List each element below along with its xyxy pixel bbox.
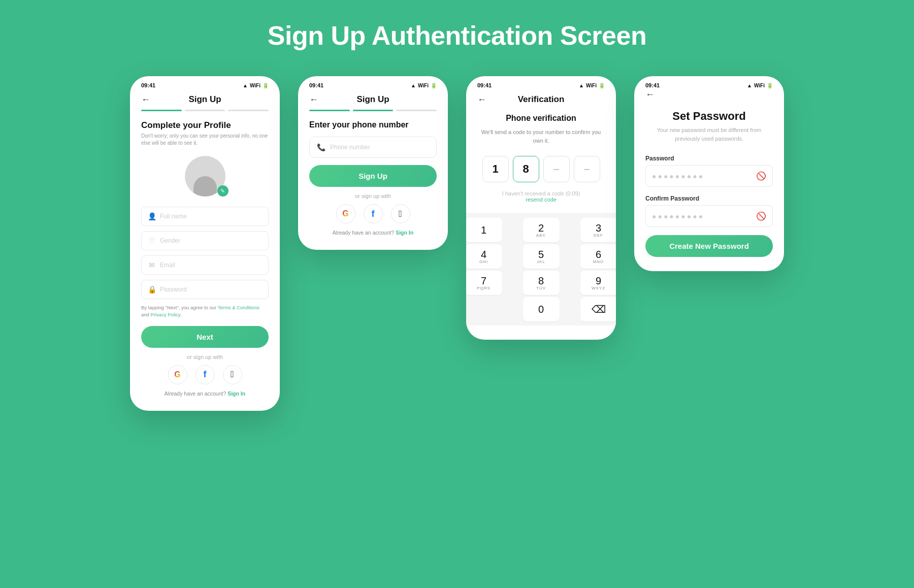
google-icon: G: [174, 370, 180, 379]
google-signin-btn[interactable]: G: [168, 365, 187, 384]
key-8[interactable]: 8tuv: [523, 271, 560, 295]
status-bar-3: 09:41 ▲ WiFi 🔋: [466, 76, 616, 91]
terms-conditions-link[interactable]: Terms & Conditions: [218, 305, 259, 310]
phone-1-complete-profile: 09:41 ▲ WiFi 🔋 ← Sign Up Complete your P…: [130, 76, 280, 411]
phone1-content: ← Sign Up: [130, 91, 280, 110]
key-5[interactable]: 5jkl: [523, 244, 560, 269]
email-icon: ✉: [148, 261, 156, 269]
signup-button-2[interactable]: Sign Up: [309, 165, 437, 187]
lock-icon: 🔒: [148, 285, 156, 293]
create-password-button[interactable]: Create New Password: [645, 235, 773, 257]
social-row-2: G f : [309, 204, 437, 223]
confirm-password-field[interactable]: ●●●●●●●●● 🚫: [645, 205, 773, 227]
phone2-content: ← Sign Up: [298, 91, 448, 110]
status-bar-2: 09:41 ▲ WiFi 🔋: [298, 76, 448, 91]
phone-number-field[interactable]: 📞 Phone number: [309, 137, 437, 158]
phone2-nav: ← Sign Up: [309, 91, 437, 110]
keypad-row-4: 0 ⌫: [466, 297, 616, 321]
otp-digit-1[interactable]: 1: [482, 156, 509, 182]
apple-signin-btn-2[interactable]: : [391, 204, 410, 223]
or-divider-1: or sign up with: [141, 354, 269, 360]
keypad: 1 2abc 3def 4ghi 5jkl 6mno 7pqrs 8tuv 9w…: [466, 213, 616, 325]
phone4-content: ← Set Password Your new password must be…: [634, 91, 784, 257]
key-4[interactable]: 4ghi: [466, 244, 502, 269]
resend-code-link[interactable]: resend code: [477, 197, 605, 203]
apple-icon-2: : [399, 209, 402, 219]
status-icons-2: ▲ WiFi 🔋: [411, 83, 437, 88]
phone-3-verification: 09:41 ▲ WiFi 🔋 ← Verification Phone veri…: [466, 76, 616, 340]
set-password-sub: Your new password must be different from…: [645, 126, 773, 143]
facebook-signin-btn-2[interactable]: f: [364, 204, 383, 223]
next-button[interactable]: Next: [141, 326, 269, 348]
page-title: Sign Up Authentication Screen: [268, 20, 646, 51]
otp-digit-2[interactable]: 8: [513, 156, 539, 182]
progress-seg-1-3: [228, 110, 269, 111]
password-field[interactable]: 🔒 Password: [141, 280, 269, 299]
fullname-field[interactable]: 👤 Full name: [141, 207, 269, 226]
back-arrow-1[interactable]: ←: [141, 94, 150, 105]
back-arrow-4[interactable]: ←: [645, 89, 655, 100]
key-3[interactable]: 3def: [580, 218, 616, 242]
terms-text: By tapping "Next", you agree to our Term…: [141, 304, 269, 319]
password-label: Password: [645, 155, 773, 162]
confirm-password-label: Confirm Password: [645, 195, 773, 202]
enter-phone-title: Enter your phone number: [309, 120, 437, 129]
eye-hide-icon-1[interactable]: 🚫: [756, 171, 766, 181]
complete-profile-title: Complete your Profile: [141, 120, 269, 130]
key-empty: [466, 297, 502, 321]
key-6[interactable]: 6mno: [580, 244, 616, 269]
heart-icon: ♡: [148, 237, 156, 245]
phone1-nav-title: Sign Up: [188, 94, 221, 105]
status-bar-1: 09:41 ▲ WiFi 🔋: [130, 76, 280, 91]
phone2-main-content: Enter your phone number 📞 Phone number S…: [298, 120, 448, 236]
avatar-person-shape: [193, 176, 217, 197]
privacy-policy-link[interactable]: Privacy Policy.: [151, 312, 182, 317]
phone-placeholder: Phone number: [330, 144, 370, 151]
progress-bar-1: [130, 110, 280, 111]
avatar-edit-button[interactable]: ✎: [217, 185, 228, 197]
key-delete[interactable]: ⌫: [580, 297, 616, 321]
resend-row: I haven't received a code (0:09) resend …: [477, 190, 605, 203]
facebook-signin-btn[interactable]: f: [195, 365, 215, 384]
sign-in-link-1[interactable]: Sign In: [227, 390, 245, 397]
back-arrow-3[interactable]: ←: [477, 94, 486, 105]
already-account-2: Already have an account? Sign In: [309, 230, 437, 236]
status-time-4: 09:41: [645, 82, 660, 88]
key-9[interactable]: 9wxyz: [580, 271, 616, 295]
otp-digit-4[interactable]: –: [574, 156, 600, 182]
keypad-row-1: 1 2abc 3def: [466, 218, 616, 242]
person-icon: 👤: [148, 212, 156, 220]
progress-seg-2-2: [353, 110, 394, 111]
or-divider-2: or sign up with: [309, 193, 437, 199]
phone-icon: 📞: [317, 143, 325, 151]
status-time-2: 09:41: [309, 82, 323, 88]
key-7[interactable]: 7pqrs: [466, 271, 502, 295]
apple-signin-btn[interactable]: : [223, 365, 242, 384]
phone3-nav-title: Verification: [518, 94, 565, 105]
key-1[interactable]: 1: [466, 218, 502, 242]
phone-4-set-password: 09:41 ▲ WiFi 🔋 ← Set Password Your new p…: [634, 76, 784, 271]
email-field[interactable]: ✉ Email: [141, 255, 269, 275]
gender-placeholder: Gender: [160, 237, 180, 244]
otp-input-row: 1 8 – –: [477, 156, 605, 182]
otp-digit-3[interactable]: –: [543, 156, 570, 182]
eye-hide-icon-2[interactable]: 🚫: [756, 211, 766, 221]
key-2[interactable]: 2abc: [523, 218, 560, 242]
sign-in-link-2[interactable]: Sign In: [396, 230, 413, 236]
password-placeholder: Password: [160, 286, 187, 293]
gender-field[interactable]: ♡ Gender: [141, 231, 269, 250]
phones-row: 09:41 ▲ WiFi 🔋 ← Sign Up Complete your P…: [130, 76, 784, 411]
confirm-dots: ●●●●●●●●●: [652, 212, 752, 220]
progress-seg-1-1: [141, 110, 182, 111]
key-0[interactable]: 0: [523, 297, 560, 321]
google-signin-btn-2[interactable]: G: [336, 204, 355, 223]
social-row-1: G f : [141, 365, 269, 384]
fullname-placeholder: Full name: [160, 213, 187, 220]
new-password-field[interactable]: ●●●●●●●●● 🚫: [645, 165, 773, 187]
facebook-icon-2: f: [372, 209, 375, 219]
progress-seg-1-2: [185, 110, 225, 111]
back-arrow-2[interactable]: ←: [309, 94, 318, 105]
google-icon-2: G: [342, 209, 348, 218]
phone1-main-content: Complete your Profile Don't worry; only …: [130, 120, 280, 397]
status-time-1: 09:41: [141, 82, 155, 88]
